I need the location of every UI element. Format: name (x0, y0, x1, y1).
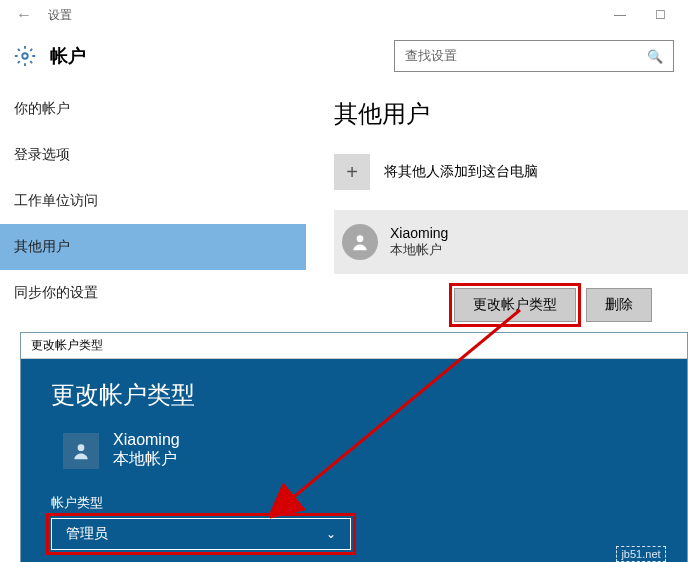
search-input[interactable]: 查找设置 🔍 (394, 40, 674, 72)
change-account-type-dialog: 更改帐户类型 更改帐户类型 Xiaoming 本地帐户 帐户类型 管理员 ⌄ j… (20, 332, 688, 562)
add-user-label: 将其他人添加到这台电脑 (384, 163, 538, 181)
plus-icon: + (334, 154, 370, 190)
account-type-label: 帐户类型 (51, 494, 657, 512)
chevron-down-icon: ⌄ (326, 527, 336, 541)
svg-point-0 (22, 53, 28, 59)
gear-icon (14, 45, 36, 67)
user-type: 本地帐户 (390, 241, 448, 259)
back-button[interactable]: ← (8, 6, 40, 24)
svg-point-2 (78, 444, 85, 451)
avatar (342, 224, 378, 260)
dialog-user-name: Xiaoming (113, 431, 180, 449)
change-account-type-button[interactable]: 更改帐户类型 (454, 288, 576, 322)
account-type-dropdown[interactable]: 管理员 ⌄ (51, 518, 351, 550)
watermark: jb51.net 脚本之家 (613, 545, 669, 562)
dropdown-selected: 管理员 (66, 525, 108, 543)
sidebar: 你的帐户 登录选项 工作单位访问 其他用户 同步你的设置 (0, 86, 306, 322)
user-name: Xiaoming (390, 225, 448, 241)
minimize-button[interactable]: — (600, 8, 640, 22)
sidebar-item-work-access[interactable]: 工作单位访问 (0, 178, 306, 224)
sidebar-item-sync-settings[interactable]: 同步你的设置 (0, 270, 306, 316)
page-title: 帐户 (50, 44, 86, 68)
window-title: 设置 (48, 7, 72, 24)
sidebar-item-signin-options[interactable]: 登录选项 (0, 132, 306, 178)
watermark-url: jb51.net (616, 546, 665, 562)
search-icon: 🔍 (647, 49, 663, 64)
dialog-avatar (63, 433, 99, 469)
add-user-button[interactable]: + 将其他人添加到这台电脑 (334, 154, 688, 190)
person-icon (71, 441, 91, 461)
sidebar-item-other-users[interactable]: 其他用户 (0, 224, 306, 270)
search-placeholder: 查找设置 (405, 47, 457, 65)
maximize-button[interactable]: ☐ (640, 8, 680, 22)
svg-point-1 (357, 235, 364, 242)
sidebar-item-your-account[interactable]: 你的帐户 (0, 86, 306, 132)
user-row[interactable]: Xiaoming 本地帐户 (334, 210, 688, 274)
dialog-titlebar: 更改帐户类型 (21, 333, 687, 359)
dialog-heading: 更改帐户类型 (51, 379, 657, 411)
person-icon (350, 232, 370, 252)
delete-button[interactable]: 删除 (586, 288, 652, 322)
dialog-user-type: 本地帐户 (113, 449, 180, 470)
content-heading: 其他用户 (334, 98, 688, 130)
